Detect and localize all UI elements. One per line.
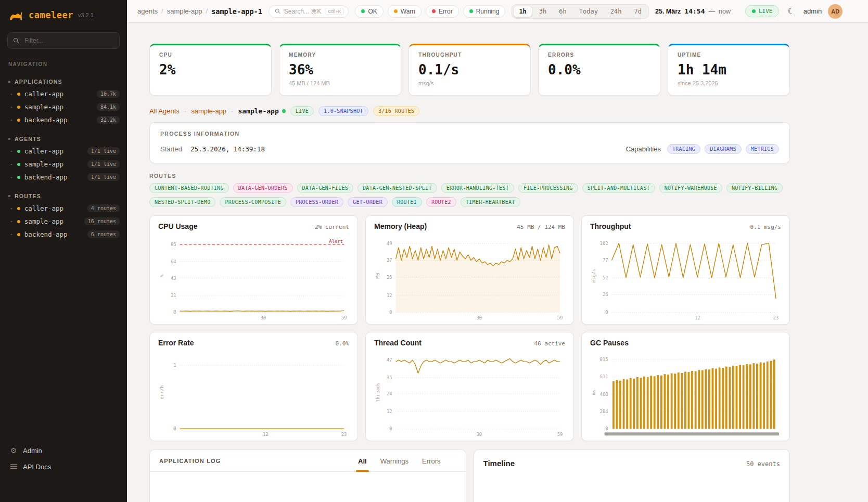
status-filter-error[interactable]: Error bbox=[426, 5, 459, 18]
breadcrumb-sample-app-1: sample-app-1 bbox=[211, 7, 262, 16]
svg-text:30: 30 bbox=[476, 432, 482, 437]
chart-title: Thread Count bbox=[374, 339, 422, 347]
capabilities-label: Capabilities bbox=[626, 145, 661, 153]
dark-mode-toggle[interactable]: ☾ bbox=[785, 5, 797, 17]
sidebar-section-applications: APPLICATIONS▸caller-app10.7k▸sample-app8… bbox=[0, 75, 127, 126]
avatar[interactable]: AD bbox=[828, 4, 843, 19]
route-pill-file-processing[interactable]: FILE-PROCESSING bbox=[518, 183, 578, 193]
throughput-chart: 0265177102msg/s1223 bbox=[590, 233, 781, 322]
sidebar-section-header-applications[interactable]: APPLICATIONS bbox=[0, 75, 127, 87]
sidebar-item-badge: 1/1 live bbox=[87, 173, 120, 181]
log-tab-all[interactable]: All bbox=[358, 457, 367, 471]
sidebar-item-agents-sample-app[interactable]: ▸sample-app1/1 live bbox=[0, 158, 127, 171]
sidebar-section-header-routes[interactable]: ROUTES bbox=[0, 190, 127, 202]
sidebar-item-routes-backend-app[interactable]: ▸backend-app6 routes bbox=[0, 228, 127, 241]
date-range-display[interactable]: 25. März 14:54 — now bbox=[655, 7, 731, 15]
svg-text:204: 204 bbox=[600, 409, 608, 414]
route-pill-error-handling-test[interactable]: ERROR-HANDLING-TEST bbox=[441, 183, 514, 193]
time-range-today[interactable]: Today bbox=[573, 6, 604, 17]
route-pill-data-gen-nested-split[interactable]: DATA-GEN-NESTED-SPLIT bbox=[358, 183, 437, 193]
sidebar-filter-input[interactable] bbox=[23, 36, 114, 45]
route-pill-data-gen-orders[interactable]: DATA-GEN-ORDERS bbox=[233, 183, 293, 193]
time-range-1h[interactable]: 1h bbox=[513, 6, 532, 17]
route-pill-process-composite[interactable]: PROCESS-COMPOSITE bbox=[220, 197, 286, 207]
route-pill-timer-heartbeat[interactable]: TIMER-HEARTBEAT bbox=[461, 197, 520, 207]
chart-meta: 0.1 msg/s bbox=[750, 224, 781, 230]
app-logo[interactable]: cameleer v3.2.1 bbox=[0, 0, 127, 26]
breadcrumb-sample-app[interactable]: sample-app bbox=[167, 7, 202, 15]
agent-live-dot bbox=[282, 109, 286, 113]
route-pill-route2[interactable]: ROUTE2 bbox=[426, 197, 456, 207]
process-information-title: PROCESS INFORMATION bbox=[160, 131, 779, 137]
global-search[interactable]: Search... ⌘K Ctrl+K bbox=[269, 5, 349, 18]
route-pill-data-gen-files[interactable]: DATA-GEN-FILES bbox=[297, 183, 354, 193]
svg-text:ms: ms bbox=[591, 390, 596, 395]
chart-title: Throughput bbox=[590, 222, 631, 230]
status-filter-running[interactable]: Running bbox=[463, 5, 506, 18]
breadcrumb-agents[interactable]: agents bbox=[137, 7, 158, 15]
status-dot bbox=[17, 119, 20, 122]
route-pill-get-order[interactable]: GET-ORDER bbox=[348, 197, 388, 207]
sidebar-item-routes-caller-app[interactable]: ▸caller-app4 routes bbox=[0, 202, 127, 215]
sidebar-section-header-agents[interactable]: AGENTS bbox=[0, 133, 127, 145]
log-tab-warnings[interactable]: Warnings bbox=[380, 457, 409, 471]
time-range-24h[interactable]: 24h bbox=[605, 6, 628, 17]
gc-pauses-chart: 0204408611815ms bbox=[590, 349, 781, 439]
route-pill-split-and-multicast[interactable]: SPLIT-AND-MULTICAST bbox=[582, 183, 655, 193]
route-pill-route1[interactable]: ROUTE1 bbox=[392, 197, 422, 207]
route-pill-content-based-routing[interactable]: CONTENT-BASED-ROUTING bbox=[149, 183, 229, 193]
chart-card-gc-pauses: GC Pauses0204408611815ms bbox=[581, 332, 790, 441]
agent-breadcrumb-all-agents[interactable]: All Agents bbox=[149, 107, 180, 115]
sidebar-item-applications-backend-app[interactable]: ▸backend-app32.2k bbox=[0, 113, 127, 126]
stat-label: THROUGHPUT bbox=[418, 52, 521, 58]
sidebar-item-admin[interactable]: ⚙ Admin bbox=[9, 446, 118, 455]
sidebar-item-agents-backend-app[interactable]: ▸backend-app1/1 live bbox=[0, 171, 127, 184]
time-range-3h[interactable]: 3h bbox=[533, 6, 552, 17]
sidebar-item-applications-caller-app[interactable]: ▸caller-app10.7k bbox=[0, 87, 127, 100]
route-pills: CONTENT-BASED-ROUTINGDATA-GEN-ORDERSDATA… bbox=[149, 183, 790, 207]
status-dot bbox=[17, 93, 20, 96]
svg-text:23: 23 bbox=[341, 432, 347, 437]
agent-breadcrumb-sample-app[interactable]: sample-app bbox=[191, 107, 226, 115]
chart-title: Error Rate bbox=[158, 339, 194, 347]
navigation-label: NAVIGATION bbox=[0, 49, 127, 69]
svg-text:0: 0 bbox=[605, 426, 608, 431]
badge-live: LIVE bbox=[290, 106, 314, 116]
capability-badge-tracing: TRACING bbox=[667, 144, 700, 154]
chart-card-thread-count: Thread Count46 active012243547threads305… bbox=[365, 332, 574, 441]
status-filter-warn[interactable]: Warn bbox=[388, 5, 422, 18]
time-range-6h[interactable]: 6h bbox=[553, 6, 572, 17]
agent-current-name: sample-app bbox=[238, 107, 285, 115]
breadcrumb-separator: / bbox=[161, 7, 163, 15]
sidebar-item-label: backend-app bbox=[24, 116, 68, 124]
sidebar-item-api-docs[interactable]: API Docs bbox=[9, 462, 118, 471]
status-dot bbox=[17, 220, 20, 223]
route-pill-nested-split-demo[interactable]: NESTED-SPLIT-DEMO bbox=[149, 197, 215, 207]
live-indicator[interactable]: LIVE bbox=[745, 5, 780, 17]
agent-breadcrumb-row: All Agents·sample-app·sample-appLIVE1.0-… bbox=[149, 106, 790, 116]
chart-header: Throughput0.1 msg/s bbox=[590, 222, 781, 230]
svg-text:26: 26 bbox=[603, 292, 608, 297]
time-range-7d[interactable]: 7d bbox=[629, 6, 647, 17]
log-tab-errors[interactable]: Errors bbox=[422, 457, 440, 471]
route-pill-process-order[interactable]: PROCESS-ORDER bbox=[290, 197, 343, 207]
status-filter-ok[interactable]: OK bbox=[355, 5, 383, 18]
sidebar-item-badge: 4 routes bbox=[87, 204, 120, 212]
sidebar-item-label: sample-app bbox=[24, 103, 63, 111]
date-separator: — bbox=[708, 8, 715, 15]
status-dot bbox=[432, 9, 436, 13]
docs-icon bbox=[9, 462, 18, 471]
route-pill-notify-warehouse[interactable]: NOTIFY-WAREHOUSE bbox=[659, 183, 722, 193]
svg-text:59: 59 bbox=[341, 315, 347, 320]
sidebar-item-routes-sample-app[interactable]: ▸sample-app16 routes bbox=[0, 215, 127, 228]
search-icon bbox=[13, 37, 19, 44]
app-version: v3.2.1 bbox=[78, 12, 94, 18]
stat-label: ERRORS bbox=[548, 52, 650, 58]
sidebar-item-badge: 32.2k bbox=[97, 116, 120, 124]
route-pill-notify-billing[interactable]: NOTIFY-BILLING bbox=[726, 183, 783, 193]
sidebar-item-applications-sample-app[interactable]: ▸sample-app84.1k bbox=[0, 100, 127, 113]
error-rate-chart: 01err/h1223 bbox=[158, 349, 349, 439]
sidebar-item-agents-caller-app[interactable]: ▸caller-app1/1 live bbox=[0, 145, 127, 158]
time-range-selector: 1h3h6hToday24h7d bbox=[512, 4, 649, 19]
live-label: LIVE bbox=[759, 8, 773, 15]
